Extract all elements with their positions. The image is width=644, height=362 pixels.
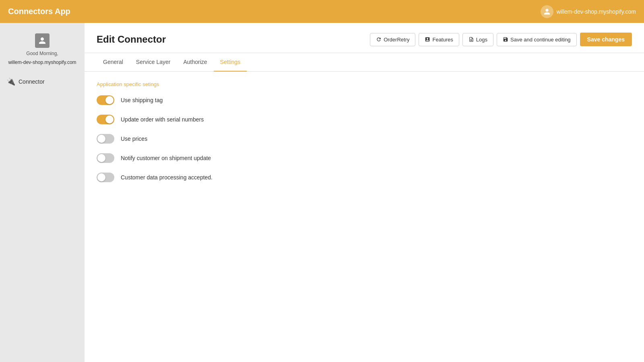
main-layout: Good Morning, willem-dev-shop.myshopify.… — [0, 23, 644, 362]
toggle-switch-customer-data-processing[interactable] — [97, 173, 114, 182]
toggle-label-notify-customer: Notify customer on shipment update — [121, 155, 211, 161]
content-area: Edit Connector OrderRetry Features — [85, 23, 644, 362]
toggle-thumb-use-shipping-tag — [105, 96, 114, 104]
toggle-thumb-notify-customer — [97, 154, 105, 162]
sidebar: Good Morning, willem-dev-shop.myshopify.… — [0, 23, 85, 362]
toggle-label-update-order-serial: Update order with serial numbers — [121, 116, 204, 123]
toggle-row-update-order-serial: Update order with serial numbers — [97, 115, 632, 124]
sidebar-greeting: Good Morning, — [26, 50, 58, 57]
sidebar-shop-name: willem-dev-shop.myshopify.com — [8, 60, 76, 65]
save-continue-icon — [503, 37, 508, 42]
app-title: Connectors App — [8, 7, 70, 16]
connector-icon: 🔌 — [6, 77, 15, 86]
tab-authorize[interactable]: Authorize — [177, 53, 213, 72]
tab-service-layer[interactable]: Service Layer — [130, 53, 177, 72]
toggle-track-use-shipping-tag — [97, 95, 114, 105]
toggle-thumb-update-order-serial — [105, 115, 114, 123]
tab-settings[interactable]: Settings — [214, 53, 247, 72]
toggle-thumb-use-prices — [97, 135, 105, 143]
tab-general-label: General — [103, 59, 123, 65]
toggle-track-notify-customer — [97, 153, 114, 163]
toggle-switch-use-prices[interactable] — [97, 134, 114, 144]
sidebar-avatar-icon — [35, 33, 50, 48]
logs-icon — [469, 37, 474, 42]
toggle-row-customer-data-processing: Customer data processing accepted. — [97, 173, 632, 182]
toggle-switch-update-order-serial[interactable] — [97, 115, 114, 124]
toggle-switch-use-shipping-tag[interactable] — [97, 95, 114, 105]
toggle-switch-notify-customer[interactable] — [97, 153, 114, 163]
save-changes-button[interactable]: Save changes — [580, 33, 632, 46]
user-info: willem-dev-shop.myshopify.com — [541, 5, 636, 18]
page-title: Edit Connector — [97, 34, 166, 45]
tab-service-layer-label: Service Layer — [136, 59, 171, 65]
toggle-label-use-prices: Use prices — [121, 136, 147, 142]
toggle-row-notify-customer: Notify customer on shipment update — [97, 153, 632, 163]
features-label: Features — [432, 37, 453, 43]
order-retry-label: OrderRetry — [384, 37, 409, 43]
retry-icon — [376, 37, 382, 42]
toggle-track-update-order-serial — [97, 115, 114, 124]
logs-button[interactable]: Logs — [462, 33, 493, 46]
header-actions: OrderRetry Features Logs — [370, 33, 632, 46]
toggle-label-use-shipping-tag: Use shipping tag — [121, 97, 163, 103]
sidebar-user-section: Good Morning, willem-dev-shop.myshopify.… — [0, 29, 85, 73]
sidebar-item-connector[interactable]: 🔌 Connector — [0, 73, 85, 90]
sidebar-connector-label: Connector — [19, 78, 45, 85]
tab-general[interactable]: General — [97, 53, 130, 72]
save-continue-button[interactable]: Save and continue editing — [497, 33, 577, 46]
features-button[interactable]: Features — [419, 33, 459, 46]
features-icon — [425, 37, 430, 42]
tab-authorize-label: Authorize — [183, 59, 207, 65]
top-header: Connectors App willem-dev-shop.myshopify… — [0, 0, 644, 23]
save-continue-label: Save and continue editing — [510, 37, 571, 43]
logs-label: Logs — [476, 37, 487, 43]
settings-content: Application specific setings Use shippin… — [85, 72, 644, 362]
order-retry-button[interactable]: OrderRetry — [370, 33, 415, 46]
section-subtitle: Application specific setings — [97, 81, 632, 87]
toggles-container: Use shipping tagUpdate order with serial… — [97, 95, 632, 182]
content-header: Edit Connector OrderRetry Features — [85, 23, 644, 53]
tabs-bar: General Service Layer Authorize Settings — [85, 53, 644, 72]
save-changes-label: Save changes — [587, 36, 625, 43]
toggle-row-use-prices: Use prices — [97, 134, 632, 144]
toggle-label-customer-data-processing: Customer data processing accepted. — [121, 174, 213, 181]
toggle-track-customer-data-processing — [97, 173, 114, 182]
toggle-track-use-prices — [97, 134, 114, 144]
toggle-thumb-customer-data-processing — [97, 173, 105, 181]
user-avatar-icon — [541, 5, 553, 18]
toggle-row-use-shipping-tag: Use shipping tag — [97, 95, 632, 105]
tab-settings-label: Settings — [220, 59, 241, 65]
user-shop-name: willem-dev-shop.myshopify.com — [557, 8, 636, 15]
